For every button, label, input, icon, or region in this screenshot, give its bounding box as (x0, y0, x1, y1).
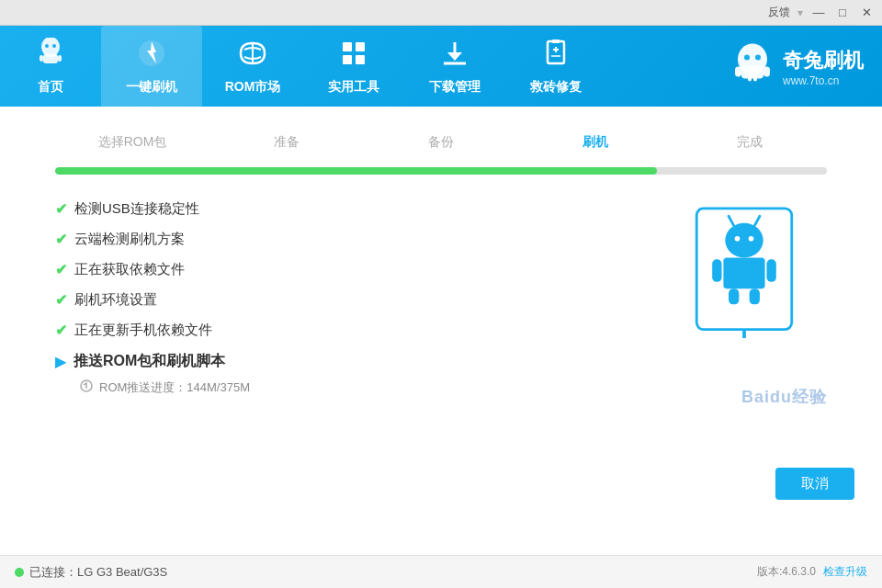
nav-tools-label: 实用工具 (328, 79, 379, 96)
svg-rect-36 (723, 257, 764, 288)
upgrade-link[interactable]: 检查升级 (823, 564, 867, 580)
svg-point-31 (725, 223, 763, 258)
steps-bar: 选择ROM包 准备 备份 刷机 完成 (55, 134, 827, 151)
svg-rect-3 (43, 54, 58, 63)
check-icon-update-deps: ✔ (55, 322, 67, 339)
brand: 奇兔刷机 www.7to.cn (729, 40, 864, 94)
svg-rect-24 (741, 66, 763, 79)
nav-tools[interactable]: 实用工具 (303, 26, 404, 107)
rom-icon (237, 38, 268, 74)
feedback-label[interactable]: 反馈 (768, 5, 790, 20)
task-list: ✔ 检测USB连接稳定性 ✔ 云端检测刷机方案 ✔ 正在获取依赖文件 ✔ 刷机环… (55, 200, 662, 403)
sub-icon (79, 379, 94, 396)
task-env-label: 刷机环境设置 (74, 291, 157, 309)
svg-point-1 (45, 44, 49, 48)
svg-point-35 (749, 236, 754, 242)
check-icon-deps: ✔ (55, 261, 67, 278)
nav-rom-label: ROM市场 (225, 79, 281, 96)
svg-rect-4 (40, 55, 43, 62)
status-connected: 已连接：LG G3 Beat/G3S (29, 564, 167, 581)
task-env: ✔ 刷机环境设置 (55, 291, 643, 309)
svg-rect-25 (735, 67, 741, 77)
task-update-deps-label: 正在更新手机依赖文件 (74, 322, 212, 339)
svg-rect-9 (343, 42, 352, 51)
svg-point-0 (41, 38, 60, 57)
nav-download[interactable]: 下载管理 (404, 26, 505, 107)
header: 首页 一键刷机 ROM市场 (0, 26, 882, 107)
android-robot (662, 191, 827, 338)
bottom-bar: 已连接：LG G3 Beat/G3S 版本:4.6.3.0 检查升级 (0, 555, 882, 588)
nav-home[interactable]: 首页 (0, 26, 101, 107)
cancel-button[interactable]: 取消 (775, 468, 854, 500)
svg-point-23 (755, 55, 761, 61)
nav-flash-label: 一键刷机 (126, 79, 177, 96)
nav-download-label: 下载管理 (429, 79, 481, 96)
svg-rect-28 (753, 74, 757, 82)
svg-rect-10 (356, 42, 365, 51)
task-cloud-label: 云端检测刷机方案 (74, 231, 185, 248)
step-flash: 刷机 (518, 134, 673, 151)
brand-name: 奇兔刷机 (783, 46, 864, 74)
svg-point-2 (52, 44, 56, 48)
minimize-button[interactable]: — (807, 3, 831, 23)
nav-flash[interactable]: 一键刷机 (101, 26, 202, 107)
task-deps: ✔ 正在获取依赖文件 (55, 261, 643, 278)
android-svg (680, 191, 808, 338)
status-dot (15, 568, 24, 577)
main-content: 选择ROM包 准备 备份 刷机 完成 ✔ 检测USB连接稳定性 ✔ 云端检测刷机… (0, 107, 882, 555)
svg-rect-17 (552, 40, 560, 43)
svg-rect-26 (763, 67, 770, 77)
svg-marker-14 (447, 52, 462, 61)
nav-rescue-label: 救砖修复 (530, 79, 582, 96)
home-icon (35, 38, 66, 74)
nav-rom[interactable]: ROM市场 (202, 26, 303, 107)
step-complete: 完成 (673, 134, 827, 151)
titlebar: 反馈 ▾ — □ ✕ (0, 0, 882, 26)
svg-rect-27 (748, 74, 752, 82)
task-push-label: 推送ROM包和刷机脚本 (74, 352, 225, 371)
arrow-icon-push: ▶ (55, 354, 66, 370)
brand-logo (729, 40, 775, 94)
check-icon-usb: ✔ (55, 200, 67, 218)
step-backup: 备份 (364, 134, 518, 151)
nav-home-label: 首页 (38, 79, 63, 96)
check-icon-cloud: ✔ (55, 231, 67, 248)
download-icon (439, 38, 470, 74)
version-text: 版本:4.6.3.0 (757, 564, 816, 580)
task-cloud: ✔ 云端检测刷机方案 (55, 231, 643, 248)
svg-rect-38 (766, 259, 775, 281)
task-push: ▶ 推送ROM包和刷机脚本 (55, 352, 643, 371)
step-select-rom: 选择ROM包 (55, 134, 209, 151)
svg-rect-40 (750, 288, 760, 304)
brand-text-group: 奇兔刷机 www.7to.cn (783, 46, 864, 86)
tools-icon (338, 38, 369, 74)
task-deps-label: 正在获取依赖文件 (74, 261, 185, 278)
sub-task-progress: ROM推送进度：144M/375M (79, 379, 643, 396)
progress-bar-wrap (55, 167, 827, 175)
svg-rect-11 (343, 55, 352, 64)
svg-rect-12 (356, 55, 365, 64)
svg-rect-5 (58, 55, 62, 62)
progress-bar-fill (55, 167, 657, 175)
task-update-deps: ✔ 正在更新手机依赖文件 (55, 322, 643, 339)
svg-point-22 (744, 55, 750, 61)
flash-icon (136, 38, 167, 74)
svg-point-34 (735, 236, 741, 242)
main-area: ✔ 检测USB连接稳定性 ✔ 云端检测刷机方案 ✔ 正在获取依赖文件 ✔ 刷机环… (55, 200, 827, 403)
nav-rescue[interactable]: 救砖修复 (505, 26, 606, 107)
close-button[interactable]: ✕ (854, 3, 878, 23)
step-prepare: 准备 (209, 134, 364, 151)
brand-url: www.7to.cn (783, 74, 839, 86)
cancel-area: Baidu经验 取消 (775, 468, 854, 500)
task-usb-label: 检测USB连接稳定性 (74, 200, 199, 218)
maximize-button[interactable]: □ (831, 3, 854, 23)
task-usb: ✔ 检测USB连接稳定性 (55, 200, 643, 218)
svg-rect-39 (729, 288, 739, 304)
rescue-icon (540, 38, 571, 74)
svg-rect-37 (712, 259, 721, 281)
subtask-label: ROM推送进度：144M/375M (99, 379, 250, 396)
check-icon-env: ✔ (55, 291, 67, 309)
